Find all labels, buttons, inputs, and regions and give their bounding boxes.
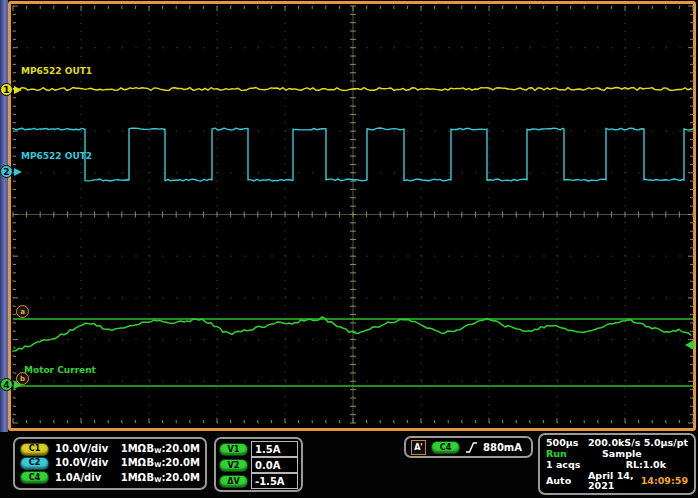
channel1-impedance: 1MΩ xyxy=(121,444,147,454)
trigger-level-marker[interactable] xyxy=(685,340,694,350)
channel-settings-box: C1 10.0V/div 1MΩ BW:20.0M C2 10.0V/div 1… xyxy=(13,437,207,490)
channel4-scale: 1.0A/div xyxy=(55,473,119,483)
acquisition-mode: Sample xyxy=(602,449,642,459)
time-display: 14:09:59 xyxy=(641,476,688,486)
cursor-v2-value: 0.0A xyxy=(251,457,298,473)
channel4-badge[interactable]: C4 xyxy=(20,471,49,484)
channel4-marker-number: 4 xyxy=(0,378,13,391)
channel2-badge[interactable]: C2 xyxy=(20,457,49,470)
trigger-level-value: 880mA xyxy=(483,442,522,453)
trigger-source-badge[interactable]: C4 xyxy=(431,441,460,454)
cursor-v1-value: 1.5A xyxy=(251,441,298,457)
waveform-display xyxy=(0,0,698,432)
channel2-scale: 10.0V/div xyxy=(55,458,119,468)
sample-resolution: 5.0µs/pt xyxy=(644,438,688,448)
channel1-marker-arrow-icon xyxy=(14,86,22,94)
cursor-b-handle[interactable]: b xyxy=(16,372,29,385)
channel2-marker[interactable]: 2 xyxy=(0,165,22,178)
cursor-v1-badge[interactable]: V1 xyxy=(219,443,248,456)
timebase-acquisition-box[interactable]: 500µs 200.0kS/s 5.0µs/pt Run Sample 1 ac… xyxy=(538,433,696,495)
rising-edge-icon xyxy=(465,441,478,454)
channel2-impedance: 1MΩ xyxy=(121,458,147,468)
cursor-a-handle[interactable]: a xyxy=(16,305,29,318)
channel4-settings-row[interactable]: C4 1.0A/div 1MΩ BW:20.0M xyxy=(20,471,200,484)
cursor-delta-value: -1.5A xyxy=(251,473,298,489)
horizontal-scale: 500µs xyxy=(546,438,588,448)
channel1-settings-row[interactable]: C1 10.0V/div 1MΩ BW:20.0M xyxy=(20,443,200,456)
channel1-marker[interactable]: 1 xyxy=(0,83,22,96)
sample-rate: 200.0kS/s xyxy=(588,438,640,448)
trigger-mode-badge[interactable]: A' xyxy=(411,440,426,455)
cursor-v1-row[interactable]: V1 1.5A xyxy=(219,441,298,457)
date-display: April 14, 2021 xyxy=(588,471,641,490)
readout-bar: C1 10.0V/div 1MΩ BW:20.0M C2 10.0V/div 1… xyxy=(0,432,698,498)
acquisition-count: 1 acqs xyxy=(546,460,580,470)
channel1-badge[interactable]: C1 xyxy=(20,443,49,456)
cursor-delta-badge[interactable]: ΔV xyxy=(219,475,248,488)
trigger-mode: Auto xyxy=(546,476,588,486)
channel1-scale: 10.0V/div xyxy=(55,444,119,454)
channel1-bandwidth: BW:20.0M xyxy=(147,444,200,454)
channel1-marker-number: 1 xyxy=(0,83,13,96)
trigger-settings-box[interactable]: A' C4 880mA xyxy=(404,436,533,458)
channel4-impedance: 1MΩ xyxy=(121,473,147,483)
channel2-marker-number: 2 xyxy=(0,165,13,178)
channel4-waveform-label: Motor Current xyxy=(24,365,96,375)
channel2-settings-row[interactable]: C2 10.0V/div 1MΩ BW:20.0M xyxy=(20,457,200,470)
channel2-waveform-label: MP6522 OUT2 xyxy=(21,151,92,161)
channel1-waveform-label: MP6522 OUT1 xyxy=(21,66,92,76)
channel2-bandwidth: BW:20.0M xyxy=(147,458,200,468)
cursor-v2-badge[interactable]: V2 xyxy=(219,459,248,472)
channel4-bandwidth: BW:20.0M xyxy=(147,473,200,483)
cursor-delta-row[interactable]: ΔV -1.5A xyxy=(219,473,298,489)
run-state: Run xyxy=(546,449,588,459)
cursor-v2-row[interactable]: V2 0.0A xyxy=(219,457,298,473)
cursor-readout-box: V1 1.5A V2 0.0A ΔV -1.5A xyxy=(214,437,303,492)
record-length: RL:1.0k xyxy=(626,460,666,470)
channel2-marker-arrow-icon xyxy=(14,168,22,176)
